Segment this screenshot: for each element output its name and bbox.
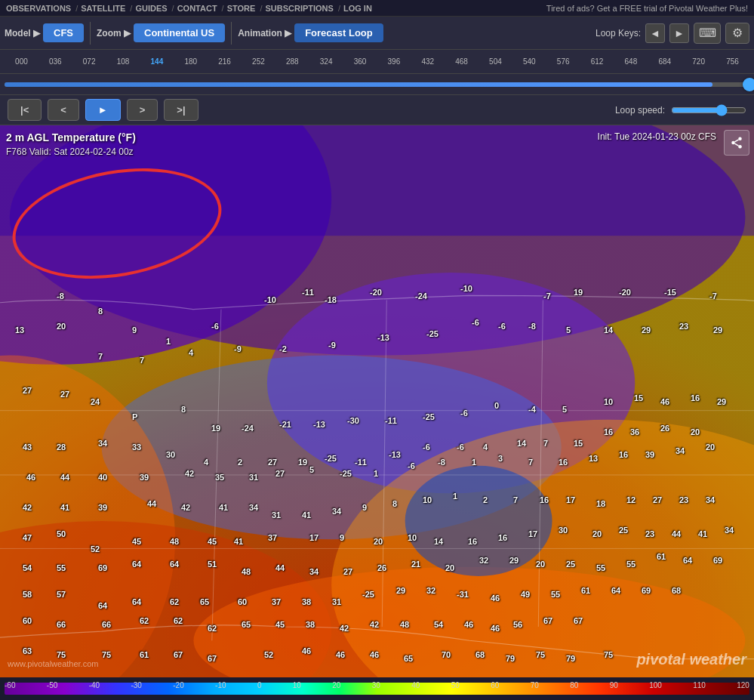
svg-line-22	[734, 140, 738, 142]
loop-speed-area: Loop speed:	[615, 104, 746, 116]
timeline-tick-252[interactable]: 252	[242, 57, 275, 66]
nav-sep-1: /	[75, 4, 78, 13]
slider-thumb[interactable]	[743, 78, 754, 91]
timeline-tick-072[interactable]: 072	[72, 57, 106, 66]
timeline-tick-756[interactable]: 756	[716, 57, 749, 66]
nav-sep-5: /	[260, 4, 262, 13]
timeline-tick-216[interactable]: 216	[208, 57, 242, 66]
svg-point-19	[731, 141, 735, 145]
loop-key-prev[interactable]: ◄	[645, 23, 665, 43]
timeline-tick-432[interactable]: 432	[411, 57, 445, 66]
zoom-button[interactable]: Continental US	[134, 23, 225, 42]
top-nav-bar: OBSERVATIONS / SATELLITE / GUIDES / CONT…	[0, 0, 754, 17]
colorscale-canvas	[5, 683, 749, 695]
timeline-tick-504[interactable]: 504	[479, 57, 512, 66]
loop-speed-slider[interactable]	[671, 104, 746, 116]
nav-sep-3: /	[172, 4, 174, 13]
timeline-tick-036[interactable]: 036	[38, 57, 72, 66]
nav-store[interactable]: STORE	[227, 4, 256, 13]
slider-bar	[0, 74, 754, 95]
control-bar: Model ▶ CFS Zoom ▶ Continental US Animat…	[0, 17, 754, 50]
playback-bar: |< < ► > >| Loop speed:	[0, 95, 754, 125]
timeline-tick-360[interactable]: 360	[343, 57, 377, 66]
timeline-tick-720[interactable]: 720	[682, 57, 716, 66]
timeline-tick-288[interactable]: 288	[275, 57, 309, 66]
timeline-tick-612[interactable]: 612	[580, 57, 614, 66]
model-label: Model ▶	[5, 28, 40, 39]
colorscale-bar: -60-50-40-30-20-100102030405060708090100…	[0, 677, 754, 700]
playback-first[interactable]: |<	[8, 99, 42, 121]
svg-point-20	[738, 145, 742, 149]
timeline-tick-000[interactable]: 000	[5, 57, 38, 66]
loop-keys-label: Loop Keys:	[596, 28, 641, 39]
svg-point-18	[738, 137, 742, 141]
share-button[interactable]	[724, 130, 749, 156]
timeline-ticks-container: 0000360721081441802162522883243603964324…	[5, 57, 749, 66]
forecast-loop-button[interactable]: Forecast Loop	[294, 23, 383, 42]
nav-sep-4: /	[222, 4, 224, 13]
loop-key-next[interactable]: ►	[669, 23, 689, 43]
keyboard-icon-button[interactable]: ⌨	[694, 23, 721, 44]
timeline-tick-576[interactable]: 576	[546, 57, 580, 66]
nav-guides[interactable]: GUIDES	[135, 4, 167, 13]
weather-map-svg	[0, 125, 754, 677]
nav-satellite[interactable]: SATELLITE	[81, 4, 125, 13]
timeline-tick-108[interactable]: 108	[106, 57, 140, 66]
loop-speed-label: Loop speed:	[615, 105, 665, 116]
svg-rect-4	[0, 125, 754, 236]
timeline-tick-324[interactable]: 324	[309, 57, 343, 66]
timeline-tick-396[interactable]: 396	[377, 57, 411, 66]
settings-icon-button[interactable]: ⚙	[725, 23, 749, 44]
timeline-tick-684[interactable]: 684	[648, 57, 682, 66]
loop-keys-area: Loop Keys: ◄ ► ⌨ ⚙	[596, 23, 749, 44]
svg-line-21	[734, 143, 738, 146]
model-button[interactable]: CFS	[43, 23, 84, 42]
animation-label: Animation ▶	[238, 28, 291, 39]
timeline-tick-180[interactable]: 180	[174, 57, 208, 66]
nav-subscriptions[interactable]: SUBSCRIPTIONS	[265, 4, 333, 13]
timeline-tick-648[interactable]: 648	[614, 57, 648, 66]
playback-play[interactable]: ►	[85, 99, 121, 121]
ctrl-divider-1	[90, 22, 91, 45]
playback-prev[interactable]: <	[48, 99, 79, 121]
nav-sep-6: /	[338, 4, 340, 13]
nav-promo-text: Tired of ads? Get a FREE trial of Pivota…	[546, 4, 748, 13]
slider-fill	[5, 82, 712, 87]
ctrl-divider-2	[231, 22, 232, 45]
timeline-bar: 0000360721081441802162522883243603964324…	[0, 50, 754, 74]
map-container: 2 m AGL Temperature (°F) F768 Valid: Sat…	[0, 125, 754, 677]
nav-contact[interactable]: CONTACT	[177, 4, 217, 13]
share-icon	[730, 136, 743, 150]
svg-point-11	[405, 466, 552, 576]
nav-observations[interactable]: OBSERVATIONS	[6, 4, 71, 13]
timeline-tick-468[interactable]: 468	[445, 57, 479, 66]
timeline-tick-144[interactable]: 144	[140, 57, 174, 66]
playback-next[interactable]: >	[127, 99, 158, 121]
timeline-tick-540[interactable]: 540	[512, 57, 546, 66]
nav-login[interactable]: LOG IN	[343, 4, 372, 13]
nav-sep-2: /	[130, 4, 132, 13]
playback-last[interactable]: >|	[164, 99, 198, 121]
zoom-label: Zoom ▶	[97, 28, 131, 39]
slider-track[interactable]	[5, 82, 749, 87]
